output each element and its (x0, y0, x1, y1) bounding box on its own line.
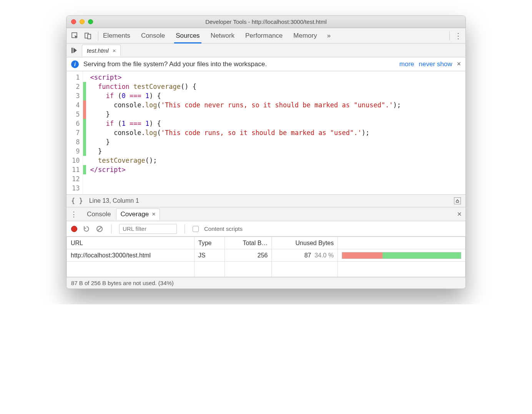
table-header[interactable]: Unused Bytes (272, 237, 338, 249)
window-controls (71, 19, 93, 24)
window-zoom-button[interactable] (88, 19, 93, 24)
table-header[interactable]: URL (67, 237, 195, 249)
drawer-tabs-list: ConsoleCoverage× (83, 209, 160, 220)
code-editor[interactable]: 12345678910111213 <script> function test… (66, 71, 466, 194)
clear-icon[interactable] (96, 225, 103, 233)
separator (98, 31, 98, 40)
drawer-tab-coverage[interactable]: Coverage× (116, 209, 160, 220)
debugger-resume-icon[interactable] (69, 45, 80, 56)
separator (185, 224, 185, 234)
content-scripts-checkbox[interactable] (193, 226, 199, 232)
drawer-menu-icon[interactable]: ⋮ (70, 210, 78, 219)
record-button[interactable] (71, 226, 77, 232)
file-tab[interactable]: test.html × (82, 45, 121, 56)
cell-unused: 87 34.0 % (272, 249, 338, 262)
table-header[interactable] (338, 237, 466, 249)
coverage-footer: 87 B of 256 B bytes are not used. (34%) (66, 277, 466, 289)
show-navigator-icon[interactable] (454, 197, 461, 204)
svg-rect-2 (88, 34, 91, 39)
table-row[interactable]: http://localhost:3000/test.htmlJS25687 3… (67, 249, 466, 262)
window-close-button[interactable] (71, 19, 76, 24)
svg-rect-3 (71, 48, 73, 53)
inspect-element-icon[interactable] (70, 30, 80, 41)
table-header-row: URLTypeTotal B…Unused Bytes (67, 237, 466, 249)
separator (449, 31, 450, 40)
device-toolbar-icon[interactable] (83, 30, 93, 41)
tab-performance[interactable]: Performance (245, 28, 283, 43)
coverage-gutter (83, 71, 86, 194)
sources-toolbar: test.html × (66, 43, 466, 57)
line-number-gutter: 12345678910111213 (66, 71, 83, 194)
workspace-infobar: i Serving from the file system? Add your… (66, 57, 466, 71)
coverage-table: URLTypeTotal B…Unused Bytes http://local… (66, 237, 466, 277)
separator (111, 224, 111, 234)
drawer-close-icon[interactable]: × (457, 210, 462, 219)
main-toolbar: ElementsConsoleSourcesNetworkPerformance… (66, 28, 466, 43)
infobar-more-link[interactable]: more (399, 60, 414, 68)
svg-rect-0 (72, 33, 77, 38)
main-tabs: ElementsConsoleSourcesNetworkPerformance… (103, 28, 317, 43)
infobar-close-icon[interactable]: × (457, 60, 461, 68)
cell-type: JS (194, 249, 224, 262)
tab-sources[interactable]: Sources (176, 28, 200, 43)
settings-menu-icon[interactable]: ⋮ (454, 31, 462, 40)
editor-statusbar: { } Line 13, Column 1 (66, 194, 466, 207)
window-titlebar: Developer Tools - http://localhost:3000/… (66, 16, 466, 28)
devtools-window: Developer Tools - http://localhost:3000/… (66, 15, 466, 289)
cursor-position: Line 13, Column 1 (89, 197, 139, 204)
pretty-print-icon[interactable]: { } (71, 197, 83, 205)
window-title: Developer Tools - http://localhost:3000/… (66, 18, 466, 25)
close-drawer-tab-icon[interactable]: × (152, 210, 156, 218)
coverage-summary: 87 B of 256 B bytes are not used. (34%) (71, 280, 174, 286)
info-icon: i (71, 60, 79, 68)
tab-memory[interactable]: Memory (293, 28, 317, 43)
coverage-toolbar: Content scripts (66, 221, 466, 237)
cell-total: 256 (225, 249, 272, 262)
svg-line-6 (98, 227, 101, 231)
infobar-message: Serving from the file system? Add your f… (83, 60, 267, 68)
code-body[interactable]: <script> function testCoverage() { if (0… (86, 71, 405, 194)
tab-network[interactable]: Network (211, 28, 234, 43)
url-filter-input[interactable] (119, 224, 177, 234)
table-header[interactable]: Type (194, 237, 224, 249)
cell-url: http://localhost:3000/test.html (67, 249, 195, 262)
tab-console[interactable]: Console (141, 28, 165, 43)
close-file-icon[interactable]: × (113, 47, 116, 54)
cell-bar (338, 249, 466, 262)
tab-elements[interactable]: Elements (103, 28, 130, 43)
reload-icon[interactable] (83, 225, 90, 233)
infobar-never-show-link[interactable]: never show (419, 60, 452, 68)
drawer-tabs: ⋮ ConsoleCoverage× × (66, 207, 466, 221)
overflow-tabs-icon[interactable]: » (327, 32, 331, 40)
svg-rect-4 (456, 202, 459, 203)
window-minimize-button[interactable] (80, 19, 85, 24)
drawer-tab-console[interactable]: Console (83, 209, 115, 220)
table-header[interactable]: Total B… (225, 237, 272, 249)
content-scripts-label: Content scripts (204, 225, 243, 232)
file-tab-name: test.html (87, 47, 109, 54)
